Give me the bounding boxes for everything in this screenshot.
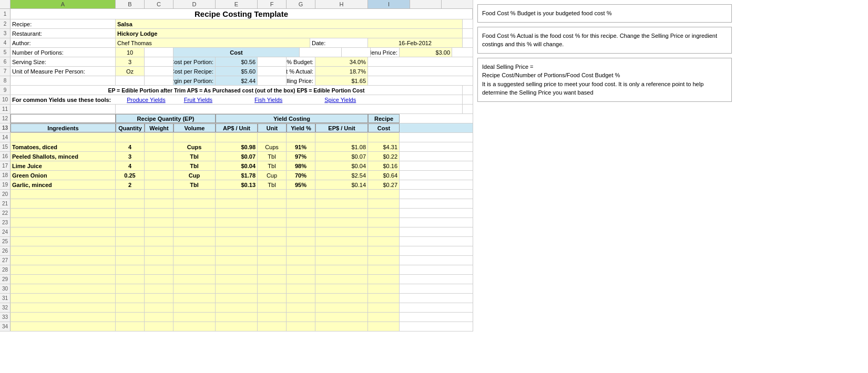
row-num-27: 27 <box>0 256 11 265</box>
serving-label: Serving Size: <box>11 57 116 66</box>
notes-panel: Food Cost % Budget is your budgeted food… <box>473 0 736 331</box>
ing-unit-17: Tbl <box>258 161 287 170</box>
er-d-22 <box>173 209 216 217</box>
er-e-33 <box>216 313 258 322</box>
rq-header: Recipe Quantity (EP) <box>116 114 216 123</box>
er-b-28 <box>116 265 145 274</box>
fish-yields-link[interactable]: Fish Yields <box>254 97 282 103</box>
er-b-26 <box>116 246 145 255</box>
ing-qty-18: 0.25 <box>116 171 145 180</box>
rc-header: Recipe <box>368 114 400 123</box>
er-c-34 <box>145 322 173 331</box>
ing-name-17: Lime Juice <box>11 161 116 170</box>
s11rest <box>116 105 463 113</box>
fruit-yields-link[interactable]: Fruit Yields <box>184 97 212 103</box>
er-b-24 <box>116 227 145 236</box>
er-b-33 <box>116 313 145 322</box>
row-num-4: 4 <box>0 38 11 47</box>
row-num-34: 34 <box>0 322 11 331</box>
er-a-24 <box>11 227 116 236</box>
er-h-27 <box>315 256 368 265</box>
er-h-29 <box>315 275 368 284</box>
menu-label: Menu Price: <box>371 48 400 57</box>
er-a-32 <box>11 303 116 312</box>
er-d-32 <box>173 303 216 312</box>
er-h-22 <box>315 209 368 217</box>
s14e <box>216 133 258 142</box>
recipe-value: Salsa <box>116 19 463 28</box>
row-num-29: 29 <box>0 275 11 284</box>
col-yield: Yield % <box>287 123 315 132</box>
produce-yields-link[interactable]: Produce Yields <box>127 97 165 103</box>
er-r-25 <box>368 237 400 246</box>
er-a-29 <box>11 275 116 284</box>
er-d-33 <box>173 313 216 322</box>
spice-yields-link[interactable]: Spice Yields <box>324 97 356 103</box>
s14r <box>368 133 400 142</box>
ingredient-row-17: 17 Lime Juice 4 Tbl $0.04 Tbl 98% $0.04 … <box>0 161 473 171</box>
er-g-33 <box>287 313 315 322</box>
date-value: 16-Feb-2012 <box>368 38 463 47</box>
er-b-31 <box>116 294 145 303</box>
s14d <box>173 133 216 142</box>
er-g-30 <box>287 284 315 293</box>
ing-eps-19: $0.14 <box>315 180 368 189</box>
uom-value: Oz <box>116 67 145 76</box>
er-c-22 <box>145 209 173 217</box>
col-volume: Volume <box>173 123 216 132</box>
er-c-31 <box>145 294 173 303</box>
fca-label: Food Cost % Actual: <box>287 67 315 76</box>
er-b-21 <box>116 199 145 208</box>
er-a-22 <box>11 209 116 217</box>
er-r-20 <box>368 190 400 199</box>
empty-row-21: 21 <box>0 199 473 209</box>
er-r-31 <box>368 294 400 303</box>
s8a <box>11 76 116 85</box>
col-header-a: A <box>11 0 116 8</box>
er-g-25 <box>287 237 315 246</box>
er-h-33 <box>315 313 368 322</box>
cost-spacer3 <box>342 48 371 57</box>
row-8: 8 Margin per Portion: $2.44 Ideal Sellin… <box>0 76 473 86</box>
ingredient-row-16: 16 Peeled Shallots, minced 3 Tbl $0.07 T… <box>0 152 473 161</box>
row-num-30: 30 <box>0 284 11 293</box>
ing-aps-17: $0.04 <box>216 161 258 170</box>
col-header-c: C <box>145 0 173 8</box>
ing-name-19: Garlic, minced <box>11 180 116 189</box>
empty-row-22: 22 <box>0 209 473 218</box>
row-num-13: 13 <box>0 123 11 132</box>
row-num-9: 9 <box>0 86 11 95</box>
er-c-23 <box>145 218 173 227</box>
row-11: 11 <box>0 105 473 114</box>
er-c-26 <box>145 246 173 255</box>
er-c-20 <box>145 190 173 199</box>
er-g-20 <box>287 190 315 199</box>
row-2: 2 Recipe: Salsa <box>0 19 473 29</box>
er-b-29 <box>116 275 145 284</box>
restaurant-label: Restaurant: <box>11 29 116 38</box>
row-7: 7 Unit of Measure Per Person: Oz Cost pe… <box>0 67 473 76</box>
er-a-27 <box>11 256 116 265</box>
er-f-27 <box>258 256 287 265</box>
col-header-g: G <box>287 0 315 8</box>
er-d-29 <box>173 275 216 284</box>
mpp-label: Margin per Portion: <box>173 76 216 85</box>
row-num-18: 18 <box>0 171 11 180</box>
empty-row-24: 24 <box>0 227 473 237</box>
er-a-28 <box>11 265 116 274</box>
row-num-24: 24 <box>0 227 11 236</box>
portions-value: 10 <box>116 48 145 57</box>
ing-eps-15: $1.08 <box>315 142 368 151</box>
row-12: 12 Recipe Quantity (EP) Yield Costing Re… <box>0 114 473 123</box>
col-ingredients: Ingredients <box>11 123 116 132</box>
ep-text: EP = Edible Portion after Trim AP$ = As … <box>11 86 463 95</box>
ing-unit-19: Tbl <box>258 180 287 189</box>
empty-row-30: 30 <box>0 284 473 294</box>
ing-cost-16: $0.22 <box>368 152 400 161</box>
empty-row-28: 28 <box>0 265 473 275</box>
s8c <box>145 76 173 85</box>
er-r-33 <box>368 313 400 322</box>
er-f-23 <box>258 218 287 227</box>
row-14: 14 <box>0 133 473 142</box>
er-f-34 <box>258 322 287 331</box>
